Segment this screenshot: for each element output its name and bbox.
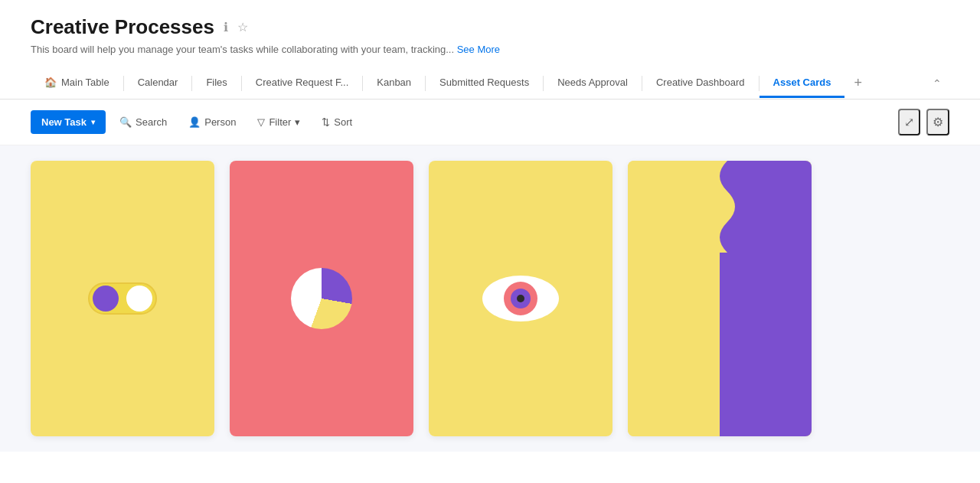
wave-svg <box>704 161 750 260</box>
card-3-image <box>429 161 612 436</box>
search-button[interactable]: 🔍 Search <box>112 112 175 132</box>
toolbar: New Task ▾ 🔍 Search 👤 Person ▽ Filter ▾ … <box>0 100 980 145</box>
new-task-button[interactable]: New Task ▾ <box>31 110 106 134</box>
tabs-bar: 🏠 Main Table Calendar Files Creative Req… <box>31 67 949 99</box>
title-icons: ℹ ☆ <box>222 18 250 36</box>
sort-icon: ⇅ <box>322 116 330 128</box>
filter-chevron: ▾ <box>295 116 300 128</box>
tab-main-table[interactable]: 🏠 Main Table <box>31 69 123 98</box>
page-title-text: Creative Processes <box>31 15 214 39</box>
tab-needs-approval[interactable]: Needs Approval <box>544 69 642 98</box>
expand-icon[interactable]: ⤢ <box>898 109 920 135</box>
person-button[interactable]: 👤 Person <box>181 112 243 132</box>
search-icon: 🔍 <box>119 116 132 128</box>
eye-pupil-dot <box>517 295 524 302</box>
toggle-circle-left <box>93 286 119 312</box>
tab-calendar[interactable]: Calendar <box>124 69 192 98</box>
top-bar: Creative Processes ℹ ☆ This board will h… <box>0 0 980 100</box>
card-4: Here you can add future tasks and ideas … <box>628 161 812 436</box>
toggle-circle-right <box>126 286 152 312</box>
filter-icon: ▽ <box>257 116 265 128</box>
card-1-image <box>31 161 214 436</box>
card-1: reating short post - product 💬 👤 Creativ… <box>31 161 214 436</box>
eye-shape <box>482 276 559 321</box>
toolbar-right: ⤢ ⚙ <box>898 109 949 135</box>
pie-chart-shape <box>291 268 352 329</box>
tab-asset-cards[interactable]: Asset Cards <box>760 69 845 98</box>
settings-icon[interactable]: ⚙ <box>926 109 949 135</box>
star-icon[interactable]: ☆ <box>236 18 250 36</box>
see-more-link[interactable]: See More <box>457 44 500 55</box>
info-icon[interactable]: ℹ <box>222 18 230 36</box>
filter-button[interactable]: ▽ Filter ▾ <box>250 112 308 132</box>
tab-submitted-requests[interactable]: Submitted Requests <box>426 69 543 98</box>
tab-files[interactable]: Files <box>192 69 240 98</box>
card-2-image <box>230 161 413 436</box>
sort-button[interactable]: ⇅ Sort <box>314 112 360 132</box>
toggle-shape <box>88 282 157 315</box>
home-icon: 🏠 <box>44 77 57 88</box>
tab-add-button[interactable]: + <box>844 67 871 99</box>
cards-container: reating short post - product 💬 👤 Creativ… <box>0 145 980 452</box>
person-icon: 👤 <box>188 116 201 128</box>
page-title-row: Creative Processes ℹ ☆ <box>31 15 949 39</box>
page-subtitle: This board will help you manage your tea… <box>31 44 949 55</box>
tab-creative-dashboard[interactable]: Creative Dashboard <box>642 69 759 98</box>
new-task-chevron: ▾ <box>91 118 95 126</box>
tab-creative-request[interactable]: Creative Request F... <box>242 69 362 98</box>
tab-kanban[interactable]: Kanban <box>363 69 425 98</box>
tab-collapse-button[interactable]: ⌃ <box>925 70 949 97</box>
card-2: Welcome video - product 2 💬 👤 Creative O… <box>230 161 413 436</box>
card-3: Working on the product's photos 💬 👤 Crea… <box>429 161 612 436</box>
card-4-image <box>628 161 812 436</box>
